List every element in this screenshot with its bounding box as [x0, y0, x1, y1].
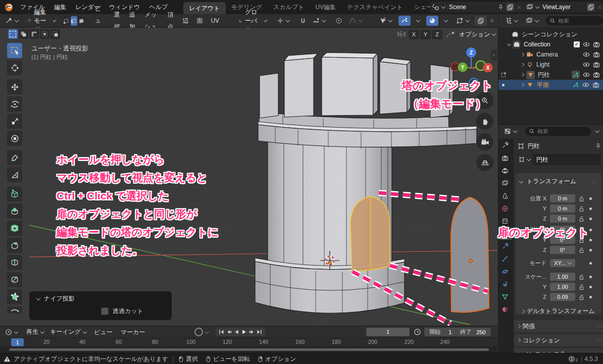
tab-material[interactable]: [498, 303, 512, 316]
tab-scene[interactable]: [498, 189, 512, 202]
loc-x-field[interactable]: 0 m: [550, 194, 575, 202]
jump-end-button[interactable]: [256, 329, 263, 335]
play-reverse-button[interactable]: [233, 329, 240, 335]
timeline-scrollbar[interactable]: [9, 348, 489, 351]
lock-open-icon[interactable]: [578, 284, 585, 290]
proportional-editing-toggle[interactable]: [333, 16, 345, 26]
eye-icon[interactable]: [583, 41, 590, 48]
mirror-y-button[interactable]: Y: [420, 30, 431, 39]
scale-x-field[interactable]: 1.00: [550, 273, 575, 281]
show-overlays-dropdown[interactable]: [412, 16, 422, 26]
tool-extrude-region[interactable]: [7, 203, 22, 219]
timeline-view-menu[interactable]: ビュー: [90, 326, 117, 338]
edge-select-button[interactable]: [71, 16, 77, 26]
workspace-tab-layout[interactable]: レイアウト: [183, 2, 225, 14]
lock-open-icon[interactable]: [578, 216, 585, 222]
viewport-options-dropdown[interactable]: オプション: [457, 29, 498, 39]
light-expand-chevron[interactable]: [520, 63, 524, 67]
select-invert-button[interactable]: [40, 29, 49, 39]
selected-row-plane[interactable]: 平面: [498, 80, 603, 90]
menu-edge[interactable]: 辺: [178, 15, 192, 27]
tab-tool[interactable]: [498, 139, 512, 151]
animate-dot[interactable]: [589, 218, 592, 220]
outliner-search[interactable]: 検索: [546, 16, 603, 25]
select-subtract-button[interactable]: [29, 29, 39, 39]
viewlayer-icon[interactable]: [526, 4, 533, 11]
light-label[interactable]: Light: [536, 61, 580, 68]
jump-start-button[interactable]: [218, 329, 225, 335]
object-name-field[interactable]: 円柱: [517, 154, 600, 165]
tool-cursor[interactable]: [7, 60, 22, 75]
timeline-ruler[interactable]: 20 40 60 80 100 120 140 160 180 200 220 …: [0, 337, 497, 347]
shading-xray-button[interactable]: [475, 16, 487, 26]
blender-logo-icon[interactable]: [4, 3, 14, 12]
outliner-filter-dropdown[interactable]: [523, 16, 541, 26]
workspace-tab-sculpting[interactable]: スカルプト: [268, 1, 310, 13]
section-relations[interactable]: 関係::::: [514, 320, 603, 332]
scene-collection-label[interactable]: シーンコレクション: [522, 30, 577, 39]
keying-menu[interactable]: キーイング: [47, 327, 89, 337]
tab-world[interactable]: [498, 202, 512, 215]
auto-keying-toggle[interactable]: [194, 328, 203, 336]
workspace-tab-uv[interactable]: UV編集: [310, 1, 341, 13]
tool-select-box[interactable]: [7, 43, 22, 58]
eye-icon[interactable]: [583, 61, 590, 68]
tool-spin[interactable]: [7, 306, 22, 314]
tab-render[interactable]: [498, 151, 512, 164]
copy-viewlayer-icon[interactable]: [587, 3, 595, 11]
auto-keying-dropdown[interactable]: [205, 329, 209, 333]
snap-corrective-icon[interactable]: [445, 30, 455, 38]
render-visibility-icon[interactable]: [593, 61, 600, 68]
prev-keyframe-button[interactable]: [225, 329, 233, 335]
scene-icon[interactable]: [432, 4, 439, 11]
scene-dropdown-chevron[interactable]: [441, 5, 445, 9]
pin-icon[interactable]: [595, 143, 601, 149]
rot-z-field[interactable]: 0°: [550, 246, 575, 254]
animate-dot[interactable]: [589, 197, 592, 200]
menu-face[interactable]: 面: [192, 15, 207, 27]
tab-particles[interactable]: [498, 252, 512, 265]
animate-dot[interactable]: [589, 239, 592, 241]
animate-dot[interactable]: [589, 262, 592, 265]
section-collections[interactable]: コレクション::::: [514, 334, 603, 346]
pivot-point-dropdown[interactable]: [274, 16, 292, 26]
render-visibility-icon[interactable]: [593, 51, 600, 58]
mirror-x-button[interactable]: X: [409, 30, 419, 39]
transform-panel-header[interactable]: トランスフォーム ::::: [519, 177, 598, 186]
tool-loop-cut[interactable]: [7, 255, 22, 270]
timeline-track-strip[interactable]: [0, 346, 497, 353]
collection-expand-chevron[interactable]: [507, 42, 511, 46]
remove-viewlayer-icon[interactable]: [596, 4, 603, 11]
tool-annotate[interactable]: [7, 150, 22, 165]
tool-move[interactable]: [7, 79, 22, 94]
transform-orientation-dropdown[interactable]: グローバル: [236, 16, 269, 26]
cut-through-checkbox[interactable]: [101, 307, 109, 315]
door-object[interactable]: [451, 197, 489, 312]
eye-icon[interactable]: [583, 71, 590, 78]
lock-open-icon[interactable]: [578, 294, 585, 300]
workspace-tab-texpaint[interactable]: テクスチャペイント: [341, 1, 409, 13]
play-button[interactable]: [240, 329, 248, 335]
timeline-editor-type-dropdown[interactable]: [3, 327, 20, 337]
menu-uv[interactable]: UV: [207, 15, 223, 27]
stopwatch-icon[interactable]: [414, 328, 421, 336]
camera-label[interactable]: Camera: [536, 51, 580, 58]
tool-measure[interactable]: [7, 167, 22, 182]
mirror-z-button[interactable]: Z: [432, 30, 442, 39]
next-keyframe-button[interactable]: [248, 329, 256, 335]
viewlayer-name[interactable]: ViewLayer: [542, 4, 587, 11]
mirror-icon[interactable]: [397, 30, 406, 38]
tool-add-cube[interactable]: [7, 186, 22, 201]
show-overlays-toggle[interactable]: [398, 16, 411, 26]
select-new-button[interactable]: [8, 29, 18, 39]
current-frame-field[interactable]: 1: [366, 328, 410, 336]
object-name-value[interactable]: 円柱: [536, 155, 548, 164]
render-visibility-icon[interactable]: [593, 41, 600, 48]
lock-open-icon[interactable]: [578, 274, 585, 280]
collection-checkbox[interactable]: ✓: [574, 41, 580, 47]
tab-view-layer[interactable]: [498, 177, 512, 189]
outliner-editor-type-dropdown[interactable]: [502, 16, 520, 26]
collection-label[interactable]: Collection: [524, 41, 574, 48]
mode-selector[interactable]: 編集モード: [25, 16, 58, 26]
render-visibility-icon[interactable]: [593, 71, 600, 78]
